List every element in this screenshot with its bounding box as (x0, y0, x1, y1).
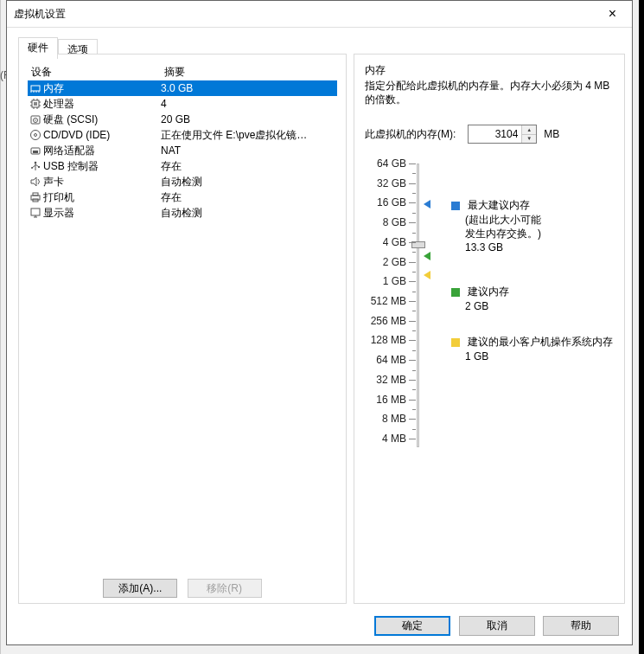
device-row[interactable]: 硬盘 (SCSI)20 GB (28, 112, 337, 127)
device-name: 硬盘 (SCSI) (43, 112, 157, 127)
marker-max-icon (424, 200, 430, 208)
settings-dialog: 虚拟机设置 × 硬件选项 设备 摘要 内存3.0 GB处理器4硬盘 (SCSI)… (6, 0, 633, 645)
slider-tick-label: 16 MB (354, 394, 406, 406)
device-summary: 20 GB (157, 113, 337, 125)
legend-max-sub2: 发生内存交换。) (451, 227, 617, 240)
slider-tick-minor (412, 292, 416, 292)
device-list-header: 设备 摘要 (28, 65, 337, 81)
slider-tick-label: 32 MB (354, 374, 406, 386)
marker-rec-icon (424, 252, 430, 260)
device-row[interactable]: 处理器4 (28, 96, 337, 112)
swatch-min-icon (451, 338, 460, 347)
display-icon (28, 207, 43, 219)
slider-tick-label: 16 GB (354, 196, 406, 208)
device-row[interactable]: CD/DVD (IDE)正在使用文件 E:\pve虚拟化镜… (28, 127, 337, 143)
slider-tick-label: 2 GB (354, 256, 406, 268)
slider-tick-minor (412, 429, 416, 430)
tab-strip: 硬件选项 (18, 35, 98, 54)
slider-tick (409, 242, 416, 243)
slider-tick-label: 4 MB (354, 433, 406, 445)
memory-slider[interactable]: 64 GB32 GB16 GB8 GB4 GB2 GB1 GB512 MB256… (354, 158, 624, 452)
memory-label: 此虚拟机的内存(M): (365, 127, 456, 142)
legend-max-title: 最大建议内存 (468, 198, 530, 213)
device-name: 内存 (43, 81, 157, 96)
slider-tick (409, 202, 416, 203)
slider-tick (409, 400, 416, 401)
slider-tick (409, 222, 416, 223)
column-device[interactable]: 设备 (28, 65, 161, 80)
legend-rec-value: 2 GB (451, 299, 617, 313)
tab-hardware[interactable]: 硬件 (18, 37, 58, 59)
slider-tick-label: 256 MB (354, 315, 406, 327)
slider-tick-minor (412, 311, 416, 311)
slider-tick-label: 4 GB (354, 236, 406, 248)
usb-icon (28, 160, 43, 172)
slider-tick-label: 512 MB (354, 295, 406, 307)
nic-icon (28, 144, 43, 157)
memory-input[interactable] (469, 125, 521, 143)
slider-tick-label: 128 MB (354, 334, 406, 346)
legend-rec-title: 建议内存 (468, 285, 509, 299)
sound-icon (28, 176, 43, 188)
device-row[interactable]: USB 控制器存在 (28, 158, 337, 174)
slider-tick-minor (412, 350, 416, 351)
slider-tick-minor (412, 213, 416, 214)
slider-tick (409, 380, 416, 381)
slider-tick-minor (412, 389, 416, 390)
spin-down-icon[interactable]: ▼ (522, 135, 536, 144)
slider-tick-label: 8 GB (354, 216, 406, 228)
help-button[interactable]: 帮助 (543, 616, 619, 636)
add-button[interactable]: 添加(A)... (103, 579, 177, 598)
memory-stepper[interactable]: ▲ ▼ (468, 125, 537, 144)
slider-tick-minor (412, 233, 416, 234)
slider-tick (409, 301, 416, 302)
slider-tick-minor (412, 370, 416, 371)
memory-panel: 内存 指定分配给此虚拟机的内存量。内存大小必须为 4 MB 的倍数。 此虚拟机的… (354, 54, 625, 604)
device-name: 声卡 (43, 175, 157, 189)
column-summary[interactable]: 摘要 (161, 65, 337, 80)
slider-tick-label: 64 MB (354, 354, 406, 366)
obscured-text: (R (0, 69, 4, 87)
device-summary: 自动检测 (157, 175, 337, 189)
device-name: 网络适配器 (43, 144, 157, 158)
device-summary: NAT (157, 144, 337, 157)
slider-tick-minor (412, 330, 416, 331)
slider-tick (409, 419, 416, 420)
device-name: 显示器 (43, 206, 157, 221)
device-summary: 4 (157, 98, 337, 110)
device-summary: 自动检测 (157, 206, 337, 221)
slider-tick-minor (412, 409, 416, 410)
close-button[interactable]: × (593, 1, 632, 27)
titlebar: 虚拟机设置 × (7, 1, 632, 28)
slider-tick-minor (412, 272, 416, 272)
slider-tick-minor (412, 193, 416, 194)
printer-icon (28, 191, 43, 203)
device-row[interactable]: 显示器自动检测 (28, 205, 337, 221)
device-name: CD/DVD (IDE) (43, 129, 157, 141)
device-list[interactable]: 内存3.0 GB处理器4硬盘 (SCSI)20 GBCD/DVD (IDE)正在… (28, 80, 337, 570)
device-row[interactable]: 内存3.0 GB (28, 80, 337, 96)
legend-min-title: 建议的最小客户机操作系统内存 (468, 335, 613, 349)
slider-track[interactable] (417, 164, 419, 447)
disc-icon (28, 129, 43, 141)
device-name: 处理器 (43, 97, 157, 112)
cancel-button[interactable]: 取消 (459, 616, 535, 636)
slider-tick (409, 321, 416, 322)
device-name: 打印机 (43, 190, 157, 205)
ok-button[interactable]: 确定 (374, 616, 450, 636)
legend-min-value: 1 GB (451, 349, 617, 363)
device-list-panel: 设备 摘要 内存3.0 GB处理器4硬盘 (SCSI)20 GBCD/DVD (… (18, 54, 347, 604)
device-row[interactable]: 声卡自动检测 (28, 174, 337, 189)
memory-icon (28, 82, 43, 94)
slider-tick-label: 64 GB (354, 157, 406, 170)
marker-min-icon (424, 271, 430, 279)
device-summary: 3.0 GB (157, 82, 337, 94)
legend-max-sub1: (超出此大小可能 (451, 213, 617, 227)
device-row[interactable]: 网络适配器NAT (28, 143, 337, 158)
slider-tick-label: 8 MB (354, 413, 406, 425)
device-row[interactable]: 打印机存在 (28, 189, 337, 205)
spin-up-icon[interactable]: ▲ (522, 125, 536, 135)
slider-tick (409, 164, 416, 164)
slider-tick-minor (412, 173, 416, 174)
memory-heading: 内存 (365, 63, 386, 78)
